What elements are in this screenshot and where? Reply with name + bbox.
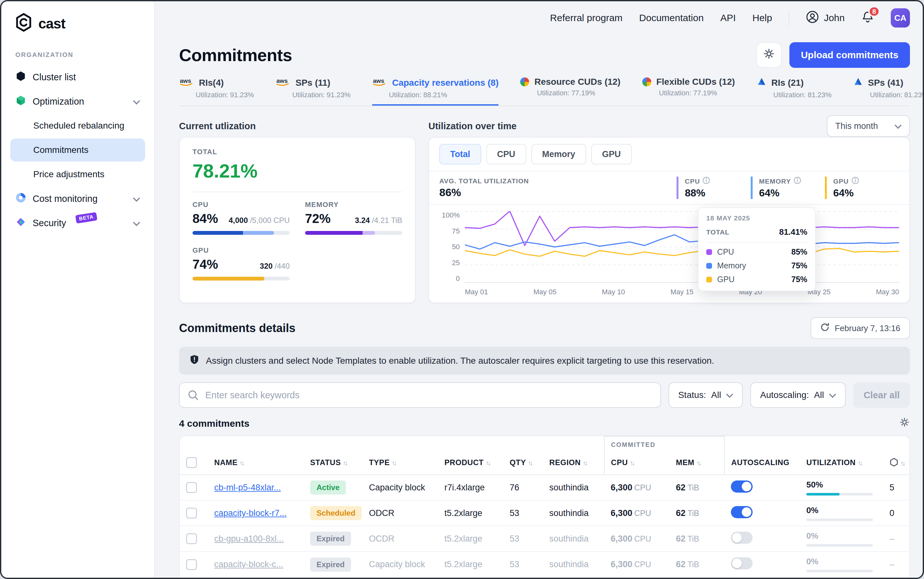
page-settings-button[interactable] — [756, 42, 782, 68]
sidebar-item-optimization[interactable]: Optimization — [10, 89, 145, 114]
aws-icon: aws — [276, 77, 290, 89]
column-header-mem[interactable]: MEM↑↓ — [669, 450, 725, 475]
sort-icon: ↑↓ — [392, 460, 395, 466]
sort-icon: ↑↓ — [528, 460, 532, 466]
chart-tab-total[interactable]: Total — [439, 144, 481, 164]
info-icon[interactable] — [793, 177, 801, 186]
sidebar-item-commitments[interactable]: Commitments — [10, 139, 145, 162]
column-header-region[interactable]: REGION↑↓ — [543, 450, 604, 475]
info-icon[interactable] — [702, 177, 710, 186]
avatar[interactable]: CA — [891, 8, 910, 28]
tab-aws-sps[interactable]: awsSPs (11) Utilization: 91.23% — [276, 77, 350, 106]
cluster-count: 5 — [883, 475, 909, 500]
period-select[interactable]: This month — [827, 115, 910, 137]
search-input[interactable] — [179, 382, 661, 408]
commitment-name-link[interactable]: cb-gpu-a100-8xl... — [214, 534, 284, 543]
utilization-chart-card: Total CPU Memory GPU AVG. TOTAL UTILIZAT… — [428, 137, 910, 303]
cast-logo-icon — [14, 13, 33, 34]
user-menu[interactable]: John — [806, 11, 845, 26]
banner-text: Assign clusters and select Node Template… — [206, 356, 714, 366]
table-settings-button[interactable] — [899, 417, 910, 430]
status-badge: Expired — [310, 558, 351, 572]
tab-gcp-flexible-cuds[interactable]: Flexible CUDs (12) Utilization: 77.19% — [642, 77, 735, 106]
chart-stats: AVG. TOTAL UTILIZATION 86% CPU 88% MEMOR… — [429, 171, 909, 205]
tab-gcp-resource-cuds[interactable]: Resource CUDs (12) Utilization: 77.19% — [520, 77, 620, 106]
chevron-down-icon — [133, 218, 140, 228]
avg-total-utilization: AVG. TOTAL UTILIZATION 86% — [439, 177, 676, 199]
sidebar-item-cost-monitoring[interactable]: Cost monitoring — [10, 186, 145, 211]
committed-group-header: COMMITTED — [604, 436, 725, 450]
gcp-icon — [520, 77, 529, 87]
column-header-utilization[interactable]: UTILIZATION↑↓ — [800, 450, 883, 475]
row-checkbox[interactable] — [186, 508, 197, 518]
column-header-status[interactable]: STATUS↑↓ — [304, 450, 362, 475]
row-checkbox[interactable] — [186, 533, 197, 544]
utilization-chart: 100%7550250 — [429, 205, 909, 303]
row-checkbox[interactable] — [186, 559, 197, 570]
sort-icon: ↑↓ — [240, 460, 243, 466]
chart-tab-gpu[interactable]: GPU — [591, 144, 632, 164]
upload-commitments-button[interactable]: Upload commitments — [789, 42, 910, 68]
user-icon — [806, 11, 819, 26]
refresh-timestamp: February 7, 13:16 — [835, 324, 900, 333]
column-header-autoscaling[interactable]: AUTOSCALING — [725, 450, 800, 475]
gpu-progress-bar — [193, 277, 290, 281]
commitment-name-link[interactable]: cb-ml-p5-48xlar... — [214, 483, 281, 492]
sidebar-item-security[interactable]: Security BETA — [10, 211, 145, 235]
sidebar-item-scheduled-rebalancing[interactable]: Scheduled rebalancing — [10, 114, 145, 137]
autoscaling-toggle[interactable] — [731, 532, 753, 544]
tab-azure-ris[interactable]: RIs (21) Utilization: 81.23% — [757, 77, 832, 106]
tab-azure-sps[interactable]: SPs (41) Utilization: 81.23% — [853, 77, 923, 106]
tab-aws-ris[interactable]: awsRIs(4) Utilization: 91.23% — [179, 77, 254, 106]
total-utilization-value: 78.21% — [193, 160, 402, 182]
search-field — [179, 382, 661, 408]
column-header-name[interactable]: NAME↑↓ — [208, 450, 304, 475]
table-row: cb-gpu-a100-8xl... Expired OCDR t5.2xlar… — [180, 526, 909, 551]
gpu-stat: GPU 64% — [825, 177, 899, 199]
autoscaling-filter[interactable]: Autoscaling: All — [750, 382, 846, 408]
page-title: Commitments — [179, 45, 292, 65]
cast-logo[interactable]: cast — [10, 11, 145, 36]
cluster-count: 0 — [883, 500, 909, 526]
status-filter[interactable]: Status: All — [669, 382, 743, 408]
sidebar-item-price-adjustments[interactable]: Price adjustments — [10, 163, 145, 186]
memory-metric: MEMORY 72%3.24 /4.21 TiB — [305, 201, 402, 235]
user-name: John — [824, 13, 845, 23]
refresh-button[interactable]: February 7, 13:16 — [810, 317, 910, 339]
autoscaling-toggle[interactable] — [731, 481, 753, 492]
column-header-product[interactable]: PRODUCT↑↓ — [438, 450, 503, 475]
nav-help[interactable]: Help — [752, 13, 772, 23]
search-icon — [187, 389, 199, 401]
info-icon[interactable] — [851, 177, 859, 186]
commitment-name-link[interactable]: capacity-block-r7... — [214, 508, 287, 518]
commitments-table: COMMITTED NAME↑↓ STATUS↑↓ TYPE↑↓ PRODUCT… — [179, 435, 910, 577]
tab-aws-capacity-reservations[interactable]: awsCapacity reservations (8) Utilization… — [372, 77, 498, 106]
nav-referral-program[interactable]: Referral program — [550, 13, 622, 23]
column-header-qty[interactable]: QTY↑↓ — [503, 450, 543, 475]
cluster-count: – — [883, 551, 909, 577]
chart-tab-memory[interactable]: Memory — [531, 144, 586, 164]
column-header-type[interactable]: TYPE↑↓ — [362, 450, 438, 475]
table-row: cb-ml-p5-48xlar... Active Capacity block… — [180, 475, 909, 500]
notifications-button[interactable]: 8 — [861, 11, 874, 26]
commitment-name-link[interactable]: capacity-block-c... — [214, 559, 283, 569]
chart-tab-cpu[interactable]: CPU — [486, 144, 526, 164]
row-checkbox[interactable] — [186, 482, 197, 493]
column-header-cpu[interactable]: CPU↑↓ — [604, 450, 669, 475]
cube-icon — [15, 95, 26, 108]
sort-icon: ↑↓ — [900, 460, 904, 467]
autoscaling-toggle[interactable] — [731, 506, 753, 518]
clear-all-button[interactable]: Clear all — [853, 382, 910, 408]
chevron-down-icon — [895, 121, 902, 131]
nav-api[interactable]: API — [720, 13, 736, 23]
utilization-chart-svg — [465, 211, 899, 283]
nav-documentation[interactable]: Documentation — [639, 13, 704, 23]
column-header-clusters[interactable]: ↑↓ — [883, 450, 909, 475]
select-all-checkbox[interactable] — [186, 457, 197, 468]
cpu-metric: CPU 84%4,000 /5,000 CPU — [193, 201, 290, 235]
cpu-stat: CPU 88% — [676, 177, 751, 199]
sidebar-item-cluster-list[interactable]: Cluster list — [10, 65, 145, 89]
chevron-down-icon — [829, 390, 836, 400]
autoscaling-toggle[interactable] — [731, 557, 753, 569]
svg-text:aws: aws — [180, 77, 191, 84]
